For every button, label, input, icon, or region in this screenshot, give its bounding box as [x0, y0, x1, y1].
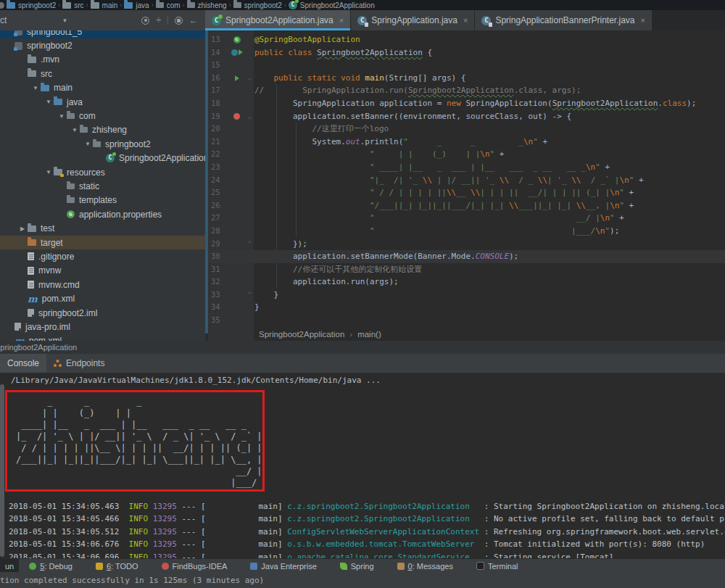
breadcrumb-item[interactable]: CSpringboot2Application — [289, 1, 375, 9]
breadcrumb-item[interactable]: java — [124, 1, 149, 9]
code-line[interactable]: 15 — [208, 59, 725, 72]
tree-row[interactable]: CSpringboot2Application — [0, 152, 205, 165]
chevron-down-icon[interactable]: ▾ — [63, 17, 67, 24]
code-line[interactable]: 34} — [208, 301, 725, 314]
run-icon[interactable] — [239, 49, 243, 55]
tree-row[interactable]: java-pro.iml — [0, 320, 205, 334]
toolwindow-button-spring[interactable]: Spring — [340, 562, 374, 571]
breadcrumb-item[interactable]: springboot2 — [233, 1, 282, 9]
chevron-down-icon[interactable]: ▼ — [83, 141, 93, 147]
run-icon[interactable] — [235, 75, 239, 81]
tree-row[interactable]: templates — [0, 194, 205, 207]
code-line[interactable]: 31 //你还可以干其他的定制化初始设置 — [208, 263, 725, 276]
toolwindow-button-debug[interactable]: 5: Debug — [29, 562, 72, 571]
toolwindow-button-todo[interactable]: 6: TODO — [96, 562, 138, 571]
code-line[interactable]: 19⌄ application.setBanner((environment, … — [208, 110, 725, 123]
breadcrumb-item[interactable]: src — [62, 1, 83, 9]
fold-marker-icon[interactable]: ⌃ — [245, 289, 254, 302]
tab-run[interactable]: un — [0, 559, 19, 573]
tree-row[interactable]: mvnw.cmd — [0, 278, 205, 291]
tree-row[interactable]: target — [0, 236, 205, 249]
fold-marker-icon[interactable]: ⌃ — [245, 238, 254, 251]
chevron-down-icon[interactable]: ▼ — [57, 113, 67, 120]
code-line[interactable]: 33⌃ } — [208, 289, 725, 302]
resources-folder-icon — [54, 169, 62, 175]
code-line[interactable]: 29⌃ }); — [208, 238, 725, 251]
code-token: //这里打印一个logo — [254, 124, 389, 133]
tree-row[interactable]: .mvn — [0, 53, 205, 67]
run-toolwindow-tab[interactable]: Springboot2Application — [0, 341, 725, 355]
chevron-down-icon[interactable]: ▼ — [70, 127, 80, 133]
code-line[interactable]: 26 "/___||_| |_||_||___/|_| |_| \\___||_… — [208, 199, 725, 212]
run-class-icon[interactable] — [231, 49, 238, 56]
tab-endpoints[interactable]: Endpoints — [46, 358, 112, 368]
code-line[interactable]: 22 " | | (_) | |\n" + — [208, 148, 725, 161]
locate-icon[interactable] — [141, 17, 149, 25]
chevron-down-icon[interactable]: ▼ — [44, 99, 54, 105]
code-line[interactable]: 13@SpringBootApplication — [208, 33, 725, 46]
code-line[interactable]: 24 "|_ /| '_ \\ | |/ __|| '_ \\ / _ \\| … — [208, 174, 725, 187]
code-line[interactable]: 23 " ____| |__ _ ___ | |__ ___ _ __ __ _… — [208, 161, 725, 174]
tree-row[interactable]: springboot1_5 — [0, 30, 205, 38]
tree-row[interactable]: springboot2.iml — [0, 306, 205, 320]
tree-row[interactable]: ▼resources — [0, 165, 205, 179]
hide-panel-icon[interactable]: ← — [189, 15, 198, 25]
tree-row[interactable]: ▼zhisheng — [0, 123, 205, 137]
code-line[interactable]: 20 //这里打印一个logo — [208, 123, 725, 136]
breadcrumb-item[interactable]: com — [156, 1, 181, 9]
tree-row[interactable]: mpom.xml — [0, 291, 205, 305]
tree-row[interactable]: mpom.xml — [0, 334, 205, 341]
tree-row[interactable]: static — [0, 179, 205, 193]
fold-marker-icon[interactable]: ⌄ — [245, 72, 254, 85]
close-icon[interactable]: × — [339, 16, 344, 25]
tree-row[interactable]: springboot2 — [0, 38, 205, 52]
console-output[interactable]: /Library/Java/JavaVirtualMachines/jdk1.8… — [0, 373, 725, 558]
toolwindow-button-terminal[interactable]: Terminal — [476, 562, 518, 571]
code-line[interactable]: 18 SpringApplication application = new S… — [208, 97, 725, 110]
close-icon[interactable]: × — [641, 16, 645, 25]
breadcrumb-item[interactable]: zhisheng — [187, 1, 227, 9]
breadcrumb-item[interactable]: main — [91, 1, 118, 9]
tree-row[interactable]: application.properties — [0, 207, 205, 221]
chevron-down-icon[interactable]: ▼ — [44, 169, 54, 175]
code-token: Springboot2Application — [552, 99, 658, 108]
code-line[interactable]: 32 application.run(args); — [208, 276, 725, 289]
jvm-command-line[interactable]: /Library/Java/JavaVirtualMachines/jdk1.8… — [11, 376, 381, 385]
tree-row[interactable]: ▼com — [0, 109, 205, 123]
code-line[interactable]: 21 System.out.println(" _ _ _\n" + — [208, 136, 725, 149]
tree-row[interactable]: ▼main — [0, 81, 205, 95]
code-line[interactable]: 16⌄ public static void main(String[] arg… — [208, 72, 725, 85]
code-line[interactable]: 17// SpringApplication.run(Springboot2Ap… — [208, 84, 725, 97]
tree-row[interactable]: src — [0, 67, 205, 80]
scrollbar[interactable] — [0, 384, 4, 557]
chevron-down-icon[interactable]: ▼ — [30, 85, 41, 91]
editor-tab[interactable]: CSpringboot2Application.java× — [205, 10, 351, 30]
code-line[interactable]: 25 " / / | | | | ||\\__ \\| | | || __/| … — [208, 186, 725, 199]
tree-row[interactable]: mvnw — [0, 264, 205, 278]
tree-row[interactable]: ▼springboot2 — [0, 137, 205, 151]
collapse-all-icon[interactable]: ÷ — [156, 15, 161, 25]
code-editor[interactable]: 13@SpringBootApplication14public class S… — [208, 30, 725, 341]
fold-marker-icon[interactable]: ⌄ — [245, 110, 254, 123]
code-line[interactable]: 30 application.setBannerMode(Banner.Mode… — [208, 250, 725, 263]
toolwindow-button-javaenterprise[interactable]: Java Enterprise — [250, 562, 316, 571]
gear-icon[interactable] — [175, 17, 183, 25]
editor-tab[interactable]: CSpringApplication.java× — [351, 10, 475, 30]
code-line[interactable]: 27 " __/ |\n" + — [208, 212, 725, 225]
toolwindow-button-messages[interactable]: 0: Messages — [397, 562, 453, 571]
code-line[interactable]: 14public class Springboot2Application { — [208, 46, 725, 59]
spring-bean-icon[interactable] — [233, 36, 241, 44]
code-line[interactable]: 28 " |___/\n"); — [208, 225, 725, 238]
code-line[interactable]: 35 — [208, 314, 725, 327]
tree-row[interactable]: .gitignore — [0, 249, 205, 263]
toolwindow-button-findbugsidea[interactable]: FindBugs-IDEA — [162, 562, 228, 571]
tree-row[interactable]: ▼java — [0, 95, 205, 109]
breadcrumb-method[interactable]: main() — [357, 330, 381, 339]
breadcrumb-item[interactable]: springboot2 — [7, 1, 56, 9]
breadcrumb-class[interactable]: Springboot2Application — [259, 330, 344, 339]
tab-console[interactable]: Console — [0, 354, 46, 373]
close-icon[interactable]: × — [463, 16, 468, 25]
editor-tab[interactable]: CSpringApplicationBannerPrinter.java× — [475, 10, 652, 30]
chevron-right-icon[interactable]: ▶ — [17, 225, 28, 232]
tree-row[interactable]: ▶test — [0, 221, 205, 235]
